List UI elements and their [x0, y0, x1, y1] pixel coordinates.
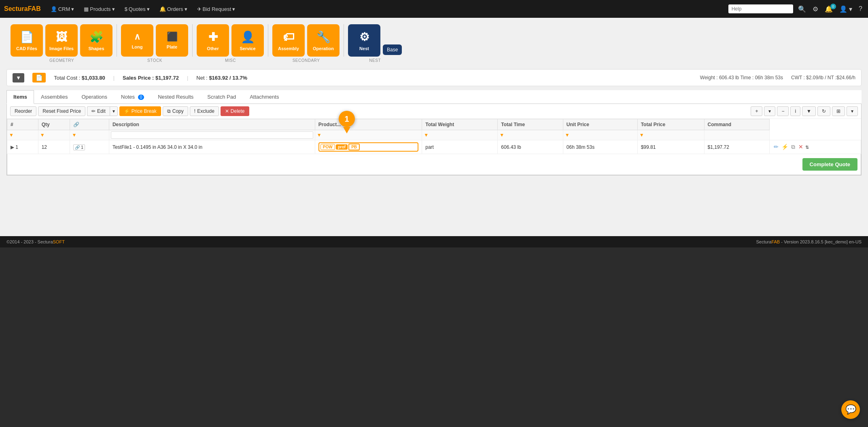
action-buttons-row: 📄 CAD Files 🖼 Image Files 🧩 Shapes GEOME… [6, 24, 862, 63]
col-total-weight: Total Weight [422, 119, 498, 130]
row-product: part [422, 140, 498, 154]
more-options-button[interactable]: ▾ [847, 106, 858, 116]
filter-link-icon[interactable]: ▼ [72, 132, 76, 138]
col-total-time: Total Time [498, 119, 563, 130]
tab-attachments[interactable]: Attachments [243, 90, 286, 104]
row-price-break-icon[interactable]: ⚡ [781, 143, 789, 151]
edit-dropdown-button[interactable]: ▾ [110, 106, 118, 116]
row-stepper[interactable]: ⇅ [805, 145, 809, 150]
col-unit-price: Unit Price [563, 119, 637, 130]
filter-button[interactable]: ▼ [802, 106, 816, 116]
filter-product-icon[interactable]: ▼ [317, 132, 322, 138]
page-footer: ©2014 - 2023 - SecturaSOFT SecturaFAB - … [0, 236, 868, 247]
columns-button[interactable]: ⊞ [832, 106, 845, 116]
filter-description-input[interactable] [111, 131, 313, 139]
settings-icon[interactable]: ⚙ [811, 4, 820, 15]
tab-notes[interactable]: Notes 0 [114, 90, 151, 104]
service-button[interactable]: 👤 Service [231, 24, 264, 57]
col-product: Product... [315, 119, 422, 130]
row-total-time: 06h 38m 53s [563, 140, 637, 154]
nav-quotes[interactable]: $ Quotes ▾ [121, 4, 154, 15]
nav-orders[interactable]: 🔔 Orders ▾ [155, 4, 191, 15]
nav-bid-request[interactable]: ✈ Bid Request ▾ [193, 4, 240, 15]
help-search-input[interactable] [728, 4, 793, 13]
add-dropdown-button[interactable]: ▾ [764, 106, 775, 116]
total-cost: Total Cost : $1,033.80 [54, 75, 105, 81]
col-total-price: Total Price [637, 119, 704, 130]
base-button[interactable]: Base [383, 44, 402, 55]
tab-assemblies[interactable]: Assemblies [34, 90, 74, 104]
remove-row-button[interactable]: − [777, 106, 789, 116]
filter-weight-icon[interactable]: ▼ [424, 132, 429, 138]
download-button[interactable]: ▼ [13, 73, 24, 82]
col-command: Command [704, 119, 769, 130]
row-link: 🔗 1 [70, 140, 109, 154]
refresh-button[interactable]: ↻ [817, 106, 830, 116]
assembly-button[interactable]: 🏷 Assembly [272, 24, 305, 57]
edit-button[interactable]: ✏ Edit [87, 106, 110, 116]
sales-price: Sales Price : $1,197.72 [123, 75, 179, 81]
net-value: Net : $163.92 / 13.7% [196, 75, 247, 81]
col-description: Description [109, 119, 315, 130]
user-icon[interactable]: 👤 ▾ [838, 4, 854, 15]
tab-items[interactable]: Items [6, 90, 34, 104]
row-description: TestFile1 - 0.1495 in A36 34.0 in X 34.0… [109, 140, 315, 154]
tab-operations[interactable]: Operations [74, 90, 114, 104]
notifications-icon[interactable]: 🔔 0 [823, 5, 834, 13]
row-total-price: $1,197.72 [704, 140, 769, 154]
geometry-group: 📄 CAD Files 🖼 Image Files 🧩 Shapes GEOME… [6, 24, 117, 63]
other-button[interactable]: ✚ Other [197, 24, 229, 57]
row-edit-icon[interactable]: ✏ [773, 143, 779, 151]
copy-button[interactable]: ⧉ Copy [163, 106, 188, 116]
tab-nested-results[interactable]: Nested Results [151, 90, 200, 104]
edit-split-button: ✏ Edit ▾ [87, 106, 118, 116]
col-qty: Qty [38, 119, 70, 130]
main-content: 📄 CAD Files 🖼 Image Files 🧩 Shapes GEOME… [0, 18, 868, 236]
complete-quote-button[interactable]: Complete Quote [802, 158, 857, 171]
nest-button[interactable]: ⚙ Nest [348, 24, 380, 57]
row-delete-icon[interactable]: ✕ [798, 143, 804, 151]
misc-group: ✚ Other 👤 Service MISC [193, 24, 268, 63]
delete-button[interactable]: ✕ Delete [221, 106, 249, 116]
nav-crm[interactable]: 👤 CRM ▾ [47, 4, 79, 15]
footer-version: SecturaFAB - Version 2023.8.16.5 [kec_de… [756, 239, 862, 244]
complete-quote-section: Complete Quote [7, 154, 861, 175]
exclude-button[interactable]: ! Exclude [190, 106, 219, 116]
brand-logo: SecturaFAB [4, 5, 41, 13]
stock-group: ∧ Long ⬛ Plate STOCK [117, 24, 193, 63]
filter-num-icon[interactable]: ▼ [9, 132, 14, 138]
add-row-button[interactable]: + [751, 106, 762, 116]
row-total-weight: 606.43 lb [498, 140, 563, 154]
tab-scratch-pad[interactable]: Scratch Pad [200, 90, 243, 104]
row-qty: 12 [38, 140, 70, 154]
table-container: # Qty 🔗 Description Product... Total Wei… [7, 119, 861, 154]
cad-files-button[interactable]: 📄 CAD Files [11, 24, 43, 57]
operation-button[interactable]: 🔧 Operation [307, 24, 340, 57]
nav-products[interactable]: ▦ Products ▾ [80, 4, 119, 15]
content-tabs: Items Assemblies Operations Notes 0 Nest… [6, 90, 862, 104]
table-row: ▶ 1 12 🔗 1 TestFile1 - 0.1495 in A36 34.… [7, 140, 861, 154]
help-icon[interactable]: ? [857, 4, 864, 14]
filter-qty-icon[interactable]: ▼ [40, 132, 45, 138]
info-button[interactable]: i [790, 106, 800, 116]
long-button[interactable]: ∧ Long [121, 24, 153, 57]
reset-fixed-price-button[interactable]: Reset Fixed Price [38, 106, 85, 116]
quote-summary-bar: ▼ 📄 Total Cost : $1,033.80 | Sales Price… [6, 69, 862, 86]
secondary-group: 🏷 Assembly 🔧 Operation SECONDARY [268, 24, 344, 63]
filter-unit-price-icon[interactable]: ▼ [565, 132, 570, 138]
filter-total-price-icon[interactable]: ▼ [639, 132, 644, 138]
row-copy-icon[interactable]: ⧉ [790, 143, 796, 151]
price-break-button[interactable]: ⚡ Price Break [119, 106, 161, 116]
row-expand-icon[interactable]: ▶ [11, 144, 14, 150]
reorder-button[interactable]: Reorder [10, 106, 36, 116]
filter-time-icon[interactable]: ▼ [499, 132, 504, 138]
image-files-button[interactable]: 🖼 Image Files [45, 24, 78, 57]
search-icon[interactable]: 🔍 [796, 4, 808, 15]
footer-copyright: ©2014 - 2023 - SecturaSOFT [6, 239, 65, 244]
file-icon: 📄 [32, 73, 46, 82]
plate-button[interactable]: ⬛ Plate [156, 24, 188, 57]
shapes-button[interactable]: 🧩 Shapes [80, 24, 112, 57]
cwt-value: CWT : $2.09/lb / NT :$24.66/h [791, 75, 855, 80]
filter-row: ▼ ▼ ▼ ▼ ▼ ▼ ▼ ▼ [7, 130, 861, 140]
col-link: 🔗 [70, 119, 109, 130]
